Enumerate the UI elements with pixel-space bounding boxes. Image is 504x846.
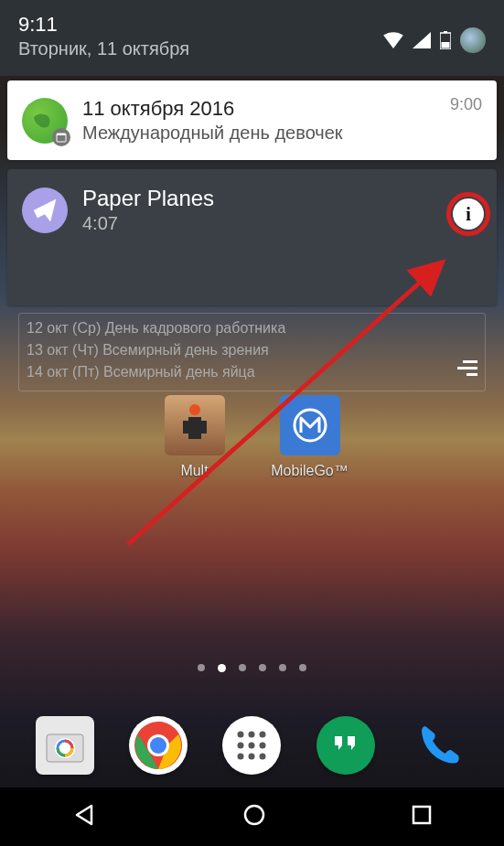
notification-time: 9:00 [450,95,482,114]
svg-rect-8 [466,373,477,376]
app-mult-icon [172,402,218,448]
globe-icon [22,98,68,144]
signal-icon [413,32,431,48]
svg-point-27 [249,754,255,760]
svg-point-24 [249,743,255,749]
notification-shade-header[interactable]: 9:11 Вторник, 11 октября [0,0,504,76]
back-icon [73,803,97,827]
home-icon [242,803,266,827]
app-mobilego-icon [290,405,330,445]
page-dot [299,664,306,671]
wifi-icon [383,32,403,48]
page-dot-active [218,664,226,672]
notification-paper-planes[interactable]: Paper Planes 4:07 i [7,169,497,305]
app-label: MobileGo™ [271,463,348,479]
notification-title: Paper Planes [82,186,482,211]
status-icons [383,27,486,53]
svg-rect-2 [442,42,450,48]
page-dot [198,664,205,671]
chrome-icon [133,720,184,771]
svg-rect-1 [444,31,447,33]
svg-rect-30 [413,807,430,823]
notification-calendar[interactable]: 11 октября 2016 Международный день девоч… [7,80,497,160]
svg-rect-7 [457,367,477,369]
phone-app[interactable] [410,716,468,775]
home-apps-row: Mult MobileGo™ [0,395,504,479]
calendar-widget[interactable]: 12 окт (Ср) День кадрового работника 13 … [18,313,486,391]
svg-rect-12 [201,421,207,434]
user-avatar[interactable] [460,27,486,53]
camera-app[interactable] [36,716,94,775]
recents-button[interactable] [412,805,432,829]
paper-plane-icon [22,187,68,233]
svg-point-28 [260,754,266,760]
svg-point-9 [189,404,200,415]
notification-title: 11 октября 2016 [82,97,482,121]
page-indicator[interactable] [0,664,504,672]
calendar-line: 14 окт (Пт) Всемирный день яйца [27,361,477,383]
notification-subtitle: Международный день девочек [82,123,482,144]
app-mult[interactable]: Mult [154,395,236,479]
page-dot [279,664,286,671]
svg-point-23 [238,743,244,749]
battery-icon [440,31,451,49]
hangouts-icon [327,727,364,764]
calendar-line: 13 окт (Чт) Всемирный день зрения [27,339,477,361]
app-mobilego[interactable]: MobileGo™ [269,395,351,479]
svg-point-26 [238,754,244,760]
widget-menu-icon[interactable] [457,360,477,383]
phone-icon [413,719,466,772]
notification-subtitle: 4:07 [82,213,482,234]
notification-list: 11 октября 2016 Международный день девоч… [7,80,497,315]
hangouts-app[interactable] [316,716,375,775]
app-label: Mult [180,463,208,479]
calendar-badge-icon [52,128,70,146]
svg-rect-11 [183,421,188,434]
svg-point-19 [150,737,166,754]
page-dot [239,664,246,671]
camera-icon [43,723,87,767]
navigation-bar [0,787,504,846]
calendar-line: 12 окт (Ср) День кадрового работника [27,317,477,339]
back-button[interactable] [73,803,97,830]
page-dot [259,664,266,671]
svg-point-20 [238,732,244,738]
svg-rect-10 [188,417,201,439]
svg-rect-5 [57,134,66,135]
svg-point-21 [249,732,255,738]
home-button[interactable] [242,803,266,830]
svg-point-22 [260,732,266,738]
svg-point-25 [260,743,266,749]
app-drawer-button[interactable] [222,716,281,775]
svg-rect-6 [463,360,477,363]
recents-icon [412,805,432,825]
apps-grid-icon [235,729,268,762]
svg-point-29 [245,806,263,824]
chrome-app[interactable] [129,716,188,775]
annotation-circle [446,192,490,236]
dock [0,716,504,775]
